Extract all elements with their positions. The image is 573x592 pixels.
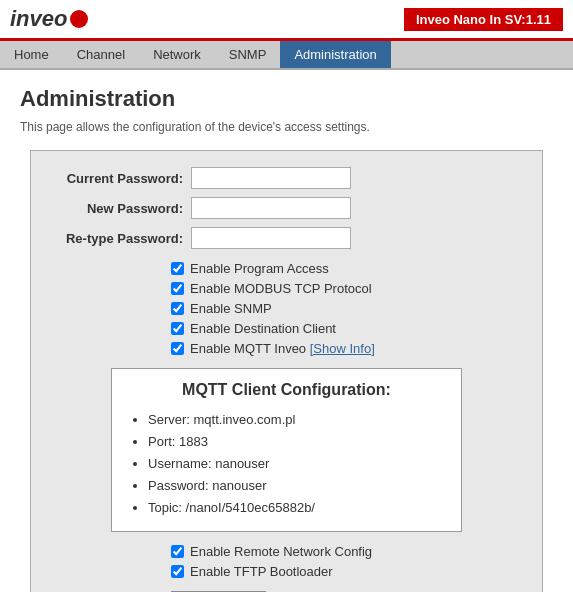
current-password-row: Current Password: bbox=[51, 167, 522, 189]
nav-home[interactable]: Home bbox=[0, 41, 63, 68]
new-password-input[interactable] bbox=[191, 197, 351, 219]
mqtt-server: Server: mqtt.inveo.com.pl bbox=[148, 409, 445, 431]
mqtt-password: Password: nanouser bbox=[148, 475, 445, 497]
checkbox-modbus-input[interactable] bbox=[171, 282, 184, 295]
page-description: This page allows the configuration of th… bbox=[20, 120, 553, 134]
logo-text: inveo bbox=[10, 6, 67, 32]
checkbox-mqtt-label: Enable MQTT Inveo bbox=[190, 341, 306, 356]
current-password-label: Current Password: bbox=[51, 171, 191, 186]
checkbox-snmp-input[interactable] bbox=[171, 302, 184, 315]
show-info-link[interactable]: [Show Info] bbox=[310, 341, 375, 356]
mqtt-config-box: MQTT Client Configuration: Server: mqtt.… bbox=[111, 368, 462, 532]
current-password-input[interactable] bbox=[191, 167, 351, 189]
page-title: Administration bbox=[20, 86, 553, 112]
new-password-label: New Password: bbox=[51, 201, 191, 216]
main-content: Administration This page allows the conf… bbox=[0, 70, 573, 592]
checkbox-tftp-label: Enable TFTP Bootloader bbox=[190, 564, 333, 579]
nav-network[interactable]: Network bbox=[139, 41, 215, 68]
checkbox-modbus: Enable MODBUS TCP Protocol bbox=[171, 281, 522, 296]
checkbox-program-access: Enable Program Access bbox=[171, 261, 522, 276]
checkbox-destination-client: Enable Destination Client bbox=[171, 321, 522, 336]
checkbox-remote-network-input[interactable] bbox=[171, 545, 184, 558]
checkbox-tftp-input[interactable] bbox=[171, 565, 184, 578]
retype-password-input[interactable] bbox=[191, 227, 351, 249]
logo-icon bbox=[70, 10, 88, 28]
new-password-row: New Password: bbox=[51, 197, 522, 219]
nav-bar: Home Channel Network SNMP Administration bbox=[0, 41, 573, 70]
mqtt-port: Port: 1883 bbox=[148, 431, 445, 453]
device-title: Inveo Nano In SV:1.11 bbox=[404, 8, 563, 31]
checkbox-remote-network-label: Enable Remote Network Config bbox=[190, 544, 372, 559]
mqtt-list: Server: mqtt.inveo.com.pl Port: 1883 Use… bbox=[128, 409, 445, 519]
nav-administration[interactable]: Administration bbox=[280, 41, 390, 68]
admin-form: Current Password: New Password: Re-type … bbox=[30, 150, 543, 592]
checkbox-program-access-label: Enable Program Access bbox=[190, 261, 329, 276]
checkbox-modbus-label: Enable MODBUS TCP Protocol bbox=[190, 281, 372, 296]
mqtt-title: MQTT Client Configuration: bbox=[128, 381, 445, 399]
checkbox-mqtt: Enable MQTT Inveo [Show Info] bbox=[171, 341, 522, 356]
checkbox-destination-client-label: Enable Destination Client bbox=[190, 321, 336, 336]
mqtt-topic: Topic: /nanoI/5410ec65882b/ bbox=[148, 497, 445, 519]
checkbox-snmp-label: Enable SNMP bbox=[190, 301, 272, 316]
retype-password-row: Re-type Password: bbox=[51, 227, 522, 249]
mqtt-username: Username: nanouser bbox=[148, 453, 445, 475]
checkbox-program-access-input[interactable] bbox=[171, 262, 184, 275]
retype-password-label: Re-type Password: bbox=[51, 231, 191, 246]
checkbox-tftp: Enable TFTP Bootloader bbox=[171, 564, 522, 579]
checkbox-destination-client-input[interactable] bbox=[171, 322, 184, 335]
checkbox-snmp: Enable SNMP bbox=[171, 301, 522, 316]
checkbox-remote-network: Enable Remote Network Config bbox=[171, 544, 522, 559]
bottom-checkboxes: Enable Remote Network Config Enable TFTP… bbox=[171, 544, 522, 579]
main-checkboxes: Enable Program Access Enable MODBUS TCP … bbox=[171, 261, 522, 356]
header: inveo Inveo Nano In SV:1.11 bbox=[0, 0, 573, 41]
checkbox-mqtt-input[interactable] bbox=[171, 342, 184, 355]
nav-channel[interactable]: Channel bbox=[63, 41, 139, 68]
nav-snmp[interactable]: SNMP bbox=[215, 41, 281, 68]
